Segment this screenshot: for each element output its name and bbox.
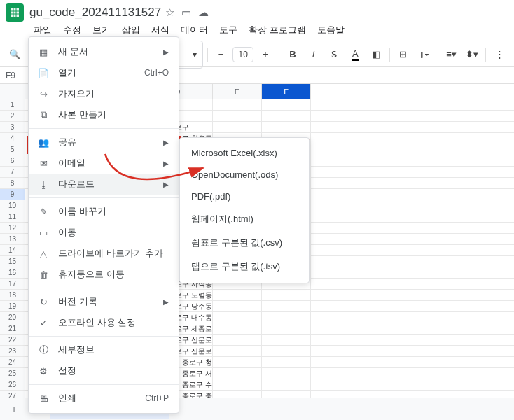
cell[interactable] — [213, 111, 262, 121]
select-all-corner[interactable] — [0, 84, 25, 99]
bold-icon[interactable]: B — [284, 46, 302, 64]
row-header[interactable]: 15 — [0, 256, 25, 267]
cell[interactable] — [213, 312, 262, 323]
menu-item-offline[interactable]: ✓오프라인 사용 설정 — [29, 312, 179, 333]
font-inc-icon[interactable]: + — [256, 46, 275, 64]
menu-item-drive[interactable]: △드라이브에 바로가기 추가 — [29, 243, 179, 264]
cell[interactable] — [262, 312, 311, 323]
menu-item-print[interactable]: 🖶인쇄Ctrl+P — [29, 388, 179, 409]
row-header[interactable]: 3 — [0, 122, 25, 132]
cell[interactable] — [262, 368, 311, 379]
menu-item-download[interactable]: ⭳다운로드▶ — [29, 174, 179, 195]
menu-삽입[interactable]: 삽입 — [118, 22, 144, 38]
cell[interactable] — [262, 122, 311, 132]
col-header-E[interactable]: E — [213, 84, 262, 99]
menu-item-doc[interactable]: ▦새 문서▶ — [29, 41, 179, 62]
menu-확장 프로그램[interactable]: 확장 프로그램 — [244, 22, 310, 38]
cell[interactable] — [262, 323, 311, 334]
cell[interactable] — [213, 335, 262, 345]
add-sheet-button[interactable]: + — [6, 401, 22, 418]
cell[interactable] — [213, 290, 262, 300]
cloud-icon[interactable]: ☁ — [198, 6, 209, 19]
name-box[interactable]: F9 — [6, 71, 27, 80]
row-header[interactable]: 12 — [0, 223, 25, 233]
menu-item-open[interactable]: 📄열기Ctrl+O — [29, 62, 179, 83]
star-icon[interactable]: ☆ — [165, 6, 174, 19]
font-size-input[interactable]: 10 — [232, 47, 253, 62]
download-option[interactable]: OpenDocument(.ods) — [180, 164, 309, 186]
cell[interactable] — [213, 357, 262, 368]
row-header[interactable]: 13 — [0, 234, 25, 244]
text-color-icon[interactable]: A — [346, 46, 364, 64]
row-header[interactable]: 7 — [0, 167, 25, 177]
cell[interactable] — [262, 346, 311, 356]
cell[interactable] — [262, 111, 311, 121]
row-header[interactable]: 22 — [0, 335, 25, 345]
download-option[interactable]: 쉼표로 구분된 값(.csv) — [180, 231, 309, 255]
cell[interactable] — [262, 99, 311, 110]
row-header[interactable]: 6 — [0, 155, 25, 166]
row-header[interactable]: 23 — [0, 346, 25, 356]
menu-item-history[interactable]: ↻버전 기록▶ — [29, 291, 179, 312]
row-header[interactable]: 9 — [0, 189, 25, 200]
cell[interactable] — [213, 301, 262, 312]
row-header[interactable]: 16 — [0, 267, 25, 278]
row-header[interactable]: 19 — [0, 301, 25, 312]
row-header[interactable]: 20 — [0, 312, 25, 323]
row-header[interactable]: 8 — [0, 178, 25, 188]
fill-color-icon[interactable]: ◧ — [367, 46, 385, 64]
row-header[interactable]: 5 — [0, 144, 25, 155]
menu-item-info[interactable]: ⓘ세부정보 — [29, 340, 179, 360]
row-header[interactable]: 11 — [0, 211, 25, 222]
menu-item-share[interactable]: 👥공유▶ — [29, 132, 179, 153]
merge-icon[interactable]: ⫿▾ — [415, 46, 433, 64]
more-icon[interactable]: ⋮ — [490, 46, 508, 64]
download-option[interactable]: 웹페이지(.html) — [180, 207, 309, 231]
row-header[interactable]: 18 — [0, 290, 25, 300]
download-option[interactable]: PDF(.pdf) — [180, 186, 309, 207]
doc-title[interactable]: gu_code_202411131527 — [29, 6, 161, 20]
cell[interactable] — [213, 323, 262, 334]
menu-도움말[interactable]: 도움말 — [313, 22, 349, 38]
cell[interactable] — [213, 368, 262, 379]
borders-icon[interactable]: ⊞ — [394, 46, 412, 64]
cell[interactable] — [262, 357, 311, 368]
menu-서식[interactable]: 서식 — [147, 22, 174, 38]
menu-데이터[interactable]: 데이터 — [176, 22, 212, 38]
row-header[interactable]: 14 — [0, 245, 25, 255]
menu-item-copy[interactable]: ⧉사본 만들기 — [29, 104, 179, 125]
cell[interactable] — [262, 335, 311, 345]
col-header-F[interactable]: F — [262, 84, 311, 99]
cell[interactable] — [262, 379, 311, 390]
move-folder-icon[interactable]: ▭ — [181, 6, 191, 19]
row-header[interactable]: 25 — [0, 368, 25, 379]
menu-파일[interactable]: 파일 — [29, 22, 56, 38]
menu-item-move[interactable]: ▭이동 — [29, 222, 179, 243]
download-option[interactable]: Microsoft Excel(.xlsx) — [180, 142, 309, 164]
valign-icon[interactable]: ⬍▾ — [463, 46, 481, 64]
search-icon[interactable]: 🔍 — [6, 46, 24, 64]
menu-보기[interactable]: 보기 — [88, 22, 115, 38]
row-header[interactable]: 24 — [0, 357, 25, 368]
row-header[interactable]: 10 — [0, 200, 25, 211]
halign-icon[interactable]: ≡▾ — [443, 46, 461, 64]
download-option[interactable]: 탭으로 구분된 값(.tsv) — [180, 255, 309, 279]
menu-item-import[interactable]: ↪가져오기 — [29, 83, 179, 104]
strike-icon[interactable]: S̶ — [326, 46, 344, 64]
menu-도구[interactable]: 도구 — [215, 22, 242, 38]
cell[interactable] — [213, 346, 262, 356]
cell[interactable] — [213, 379, 262, 390]
menu-item-rename[interactable]: ✎이름 바꾸기 — [29, 201, 179, 222]
cell[interactable] — [262, 301, 311, 312]
row-header[interactable]: 17 — [0, 279, 25, 289]
italic-icon[interactable]: I — [305, 46, 323, 64]
row-header[interactable]: 2 — [0, 111, 25, 121]
row-header[interactable]: 21 — [0, 323, 25, 334]
row-header[interactable]: 26 — [0, 379, 25, 390]
cell[interactable] — [213, 99, 262, 110]
row-header[interactable]: 1 — [0, 99, 25, 110]
font-dec-icon[interactable]: − — [212, 46, 230, 64]
cell[interactable] — [262, 290, 311, 300]
menu-수정[interactable]: 수정 — [59, 22, 85, 38]
row-header[interactable]: 4 — [0, 133, 25, 144]
